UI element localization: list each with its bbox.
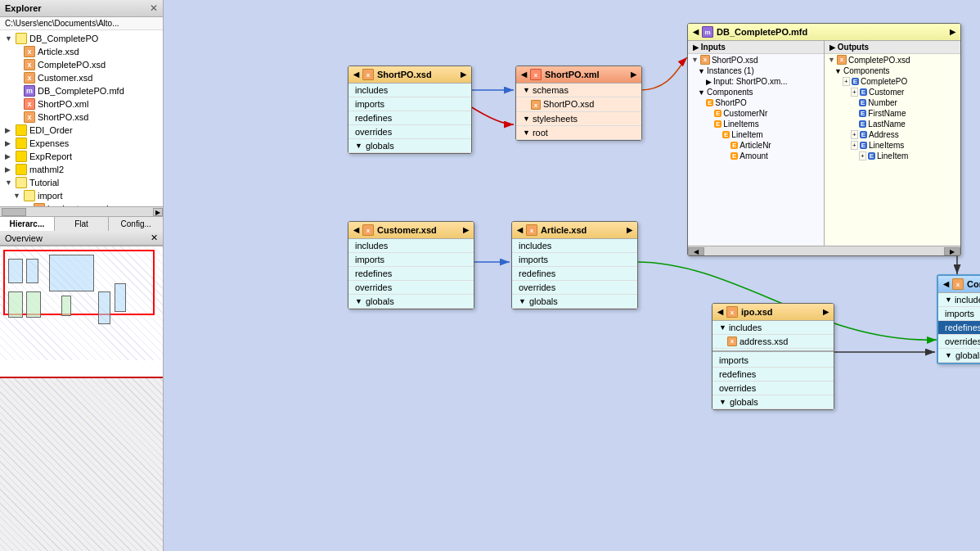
h-scrollbar[interactable]: ▶ — [0, 206, 163, 216]
node-expand-left[interactable]: ◀ — [943, 280, 949, 288]
tab-flat[interactable]: Flat — [55, 217, 110, 231]
node-expand-left[interactable]: ◀ — [717, 308, 723, 316]
tab-config[interactable]: Config... — [109, 217, 163, 231]
db-complete-node[interactable]: ◀ m DB_CompletePO.mfd ▶ ▶ Inputs ▼ x Sho… — [687, 23, 961, 256]
tree-item-import[interactable]: ▼ import — [2, 189, 161, 202]
close-icon[interactable]: ✕ — [150, 2, 158, 14]
customer-xsd-globals[interactable]: ▼globals — [348, 295, 474, 309]
completepo-imports[interactable]: imports — [938, 307, 980, 321]
overview-panel[interactable] — [0, 246, 163, 377]
customer-xsd-overrides[interactable]: overrides — [348, 281, 474, 295]
tree-item-article[interactable]: x Article.xsd — [2, 45, 161, 58]
db-out-completepo-e[interactable]: + E CompletePO — [825, 76, 960, 87]
node-expand-right[interactable]: ▶ — [950, 28, 955, 36]
scroll-left-btn[interactable]: ◀ — [688, 247, 704, 255]
tree-item-expenses[interactable]: ▶ Expenses — [2, 137, 161, 150]
node-expand-left[interactable]: ◀ — [353, 70, 359, 79]
ipo-xsd-node[interactable]: ◀ x ipo.xsd ▶ ▼includes xaddress.xsd imp… — [712, 303, 834, 410]
tree-item-edi[interactable]: ▶ EDI_Order — [2, 124, 161, 137]
scroll-thumb[interactable] — [2, 208, 26, 216]
db-customernr[interactable]: E CustomerNr — [688, 108, 824, 119]
db-input-instance[interactable]: ▶ Input: ShortPO.xm... — [688, 76, 824, 87]
overview-title: Overview — [5, 233, 43, 243]
node-expand-right[interactable]: ▶ — [463, 226, 469, 234]
article-xsd-includes[interactable]: includes — [512, 239, 637, 253]
node-expand-right[interactable]: ▶ — [631, 70, 636, 79]
node-expand-right[interactable]: ▶ — [823, 308, 829, 316]
db-out-address[interactable]: + E Address — [825, 129, 960, 140]
db-out-lineitem[interactable]: + E LineItem — [825, 151, 960, 161]
tree-item-expreport[interactable]: ▶ ExpReport — [2, 150, 161, 163]
customer-xsd-redefines[interactable]: redefines — [348, 267, 474, 281]
node-expand-left[interactable]: ◀ — [353, 226, 359, 234]
completepo-globals[interactable]: ▼globals — [938, 349, 980, 363]
shortpo-xml-root[interactable]: ▼root — [516, 126, 641, 140]
shortpo-xsd-imports[interactable]: imports — [348, 97, 471, 111]
completepo-redefines[interactable]: redefines ↗ — [938, 321, 980, 335]
tab-hierarchy[interactable]: Hierarc... — [0, 217, 55, 231]
tree-item-customer[interactable]: x Customer.xsd — [2, 71, 161, 84]
db-shortpo-e[interactable]: E ShortPO — [688, 97, 824, 108]
db-instances[interactable]: ▼ Instances (1) — [688, 65, 824, 76]
ipo-address[interactable]: xaddress.xsd — [713, 335, 834, 349]
shortpo-xml-node[interactable]: ◀ x ShortPO.xml ▶ ▼schemas xShortPO.xsd … — [515, 65, 642, 141]
db-out-customer[interactable]: + E Customer — [825, 87, 960, 97]
mini-node — [115, 283, 126, 312]
article-xsd-overrides[interactable]: overrides — [512, 281, 637, 295]
db-input-shortpo[interactable]: ▼ x ShortPO.xsd — [688, 54, 824, 65]
globals-expand[interactable]: ▼ — [355, 142, 362, 150]
node-expand-right[interactable]: ▶ — [627, 226, 632, 234]
db-out-lastname[interactable]: E LastName — [825, 119, 960, 129]
shortpo-xsd-node[interactable]: ◀ x ShortPO.xsd ▶ includes imports redef… — [348, 65, 472, 154]
db-components[interactable]: ▼ Components — [688, 87, 824, 97]
node-expand-left[interactable]: ◀ — [521, 70, 527, 79]
shortpo-xml-schemas[interactable]: ▼schemas — [516, 84, 641, 97]
shortpo-xsd-redefines[interactable]: redefines — [348, 111, 471, 125]
db-hscrollbar[interactable]: ◀ ▶ — [688, 246, 960, 255]
shortpo-xsd-overrides[interactable]: overrides — [348, 125, 471, 139]
db-articlenr[interactable]: E ArticleNr — [688, 140, 824, 151]
ipo-redefines[interactable]: redefines — [713, 368, 834, 382]
scroll-right-btn[interactable]: ▶ — [944, 247, 960, 255]
node-expand-left[interactable]: ◀ — [517, 226, 523, 234]
customer-xsd-node[interactable]: ◀ x Customer.xsd ▶ includes imports rede… — [348, 221, 474, 309]
article-xsd-globals[interactable]: ▼globals — [512, 295, 637, 309]
db-out-completepo[interactable]: ▼ x CompletePO.xsd — [825, 54, 960, 65]
ipo-globals[interactable]: ▼globals — [713, 395, 834, 409]
shortpo-xml-shortpoxsd[interactable]: xShortPO.xsd — [516, 97, 641, 112]
db-lineitems[interactable]: E LineItems — [688, 119, 824, 129]
shortpo-xsd-includes[interactable]: includes — [348, 84, 471, 97]
tree-item-root[interactable]: ▼ DB_CompletePO — [2, 32, 161, 45]
article-xsd-node[interactable]: ◀ x Article.xsd ▶ includes imports redef… — [511, 221, 638, 309]
customer-xsd-imports[interactable]: imports — [348, 253, 474, 267]
tree-item-completepo[interactable]: x CompletePO.xsd — [2, 58, 161, 71]
db-out-components[interactable]: ▼ Components — [825, 65, 960, 76]
article-xsd-redefines[interactable]: redefines — [512, 267, 637, 281]
db-out-lineitems[interactable]: + E LineItems — [825, 140, 960, 151]
main-canvas[interactable]: ◀ x ShortPO.xsd ▶ includes imports redef… — [164, 0, 980, 551]
ipo-imports[interactable]: imports — [713, 354, 834, 368]
scroll-right[interactable]: ▶ — [153, 208, 163, 216]
db-amount[interactable]: E Amount — [688, 151, 824, 161]
article-xsd-imports[interactable]: imports — [512, 253, 637, 267]
completepo-xsd-node[interactable]: ◀ x CompletePO.xsd ▶ ▼includes imports r… — [937, 274, 980, 364]
tree-item-shortpo-xml[interactable]: x ShortPO.xml — [2, 97, 161, 111]
shortpo-xml-stylesheets[interactable]: ▼stylesheets — [516, 112, 641, 126]
completepo-includes[interactable]: ▼includes — [938, 293, 980, 307]
db-lineitem[interactable]: E LineItem — [688, 129, 824, 140]
ipo-overrides[interactable]: overrides — [713, 382, 834, 395]
shortpo-xsd-globals[interactable]: ▼globals — [348, 139, 471, 153]
tree-item-mathml[interactable]: ▶ mathml2 — [2, 163, 161, 176]
file-tree[interactable]: ▼ DB_CompletePO x Article.xsd x Complete… — [0, 30, 163, 206]
tree-item-tutorial[interactable]: ▼ Tutorial — [2, 176, 161, 189]
tree-item-shortpo-xsd[interactable]: x ShortPO.xsd — [2, 111, 161, 124]
tree-item-dbmfd[interactable]: m DB_CompletePO.mfd — [2, 84, 161, 97]
customer-xsd-includes[interactable]: includes — [348, 239, 474, 253]
completepo-overrides[interactable]: overrides — [938, 335, 980, 349]
ipo-includes[interactable]: ▼includes — [713, 321, 834, 335]
node-expand-right[interactable]: ▶ — [461, 70, 466, 79]
db-out-firstname[interactable]: E FirstName — [825, 108, 960, 119]
node-expand-left[interactable]: ◀ — [693, 28, 699, 36]
overview-close-icon[interactable]: ✕ — [151, 233, 158, 243]
db-out-number[interactable]: E Number — [825, 97, 960, 108]
